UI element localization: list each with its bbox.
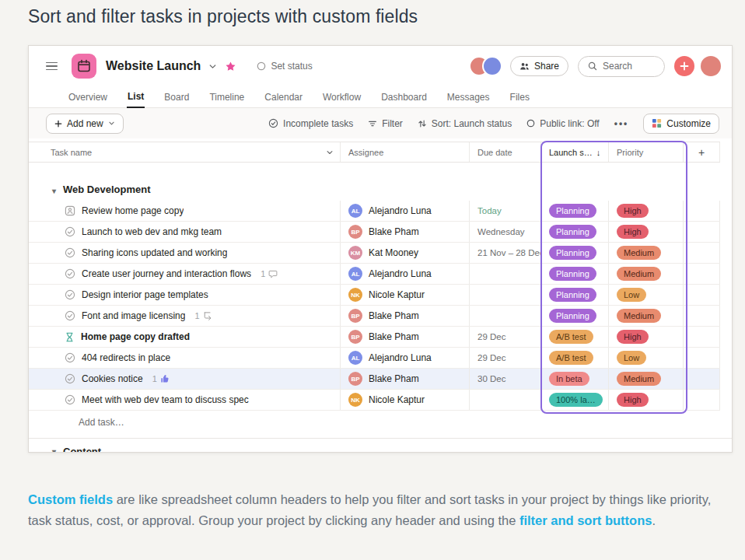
task-row[interactable]: Review home page copyALAlejandro LunaTod…: [29, 201, 720, 222]
launch-status-cell[interactable]: Planning: [541, 243, 609, 263]
priority-cell[interactable]: Low: [609, 285, 684, 305]
priority-badge[interactable]: Medium: [617, 309, 661, 323]
launch-status-cell[interactable]: Planning: [541, 264, 609, 284]
task-name-cell[interactable]: Create user journey and interaction flow…: [29, 264, 341, 284]
add-column-button[interactable]: +: [684, 142, 720, 162]
assignee-cell[interactable]: BPBlake Pham: [341, 306, 470, 326]
launch-status-cell[interactable]: Planning: [541, 306, 609, 326]
launch-status-cell[interactable]: Planning: [541, 222, 609, 242]
section-collapse-icon[interactable]: ▾: [52, 187, 56, 195]
search-input[interactable]: Search: [578, 56, 665, 77]
task-name-cell[interactable]: 404 redirects in place: [29, 348, 341, 368]
launch-status-badge[interactable]: A/B test: [549, 351, 593, 365]
tab-calendar[interactable]: Calendar: [264, 89, 303, 107]
launch-status-badge[interactable]: Planning: [549, 204, 596, 218]
add-task-row[interactable]: Add task…: [29, 411, 732, 434]
column-header-due-date[interactable]: Due date: [470, 142, 541, 162]
priority-cell[interactable]: High: [609, 390, 684, 410]
task-title[interactable]: Create user journey and interaction flow…: [82, 268, 251, 279]
task-row[interactable]: Design interior page templatesNKNicole K…: [29, 285, 720, 306]
member-avatars[interactable]: [469, 56, 502, 76]
due-date-cell[interactable]: [470, 285, 541, 305]
launch-status-cell[interactable]: Planning: [541, 201, 609, 221]
task-name-cell[interactable]: Meet with web dev team to discuss spec: [29, 390, 341, 410]
assignee-cell[interactable]: ALAlejandro Luna: [341, 201, 470, 221]
due-date-cell[interactable]: [470, 264, 541, 284]
priority-badge[interactable]: Medium: [617, 372, 661, 386]
set-status-button[interactable]: Set status: [257, 61, 312, 72]
priority-badge[interactable]: Medium: [617, 267, 661, 281]
launch-status-cell[interactable]: A/B test: [541, 348, 609, 368]
priority-badge[interactable]: High: [617, 330, 649, 344]
column-header-launch-status[interactable]: Launch s… ↓: [541, 142, 609, 162]
priority-cell[interactable]: Medium: [609, 306, 684, 326]
task-name-cell[interactable]: Review home page copy: [29, 201, 341, 221]
task-title[interactable]: Cookies notice: [82, 373, 143, 384]
priority-badge[interactable]: Low: [617, 351, 646, 365]
tab-list[interactable]: List: [127, 88, 145, 108]
due-date-cell[interactable]: [470, 390, 541, 410]
launch-status-cell[interactable]: Planning: [541, 285, 609, 305]
filter-button[interactable]: Filter: [368, 118, 403, 129]
assignee-cell[interactable]: BPBlake Pham: [341, 222, 470, 242]
task-title[interactable]: 404 redirects in place: [82, 352, 170, 363]
tab-files[interactable]: Files: [509, 89, 530, 107]
task-name-cell[interactable]: Home page copy drafted: [29, 327, 341, 347]
task-name-cell[interactable]: Design interior page templates: [29, 285, 341, 305]
launch-status-badge[interactable]: Planning: [549, 225, 596, 239]
priority-cell[interactable]: High: [609, 327, 684, 347]
column-header-assignee[interactable]: Assignee: [341, 142, 470, 162]
assignee-cell[interactable]: ALAlejandro Luna: [341, 264, 470, 284]
task-title[interactable]: Design interior page templates: [82, 289, 208, 300]
priority-cell[interactable]: Medium: [609, 264, 684, 284]
task-title[interactable]: Font and image licensing: [82, 310, 185, 321]
priority-cell[interactable]: High: [609, 201, 684, 221]
due-date-cell[interactable]: [470, 306, 541, 326]
project-icon[interactable]: [72, 54, 96, 79]
tab-timeline[interactable]: Timeline: [208, 89, 245, 107]
priority-cell[interactable]: High: [609, 222, 684, 242]
tab-dashboard[interactable]: Dashboard: [380, 89, 428, 107]
priority-cell[interactable]: Low: [609, 348, 684, 368]
section-web-development[interactable]: ▾ Web Development: [29, 163, 732, 201]
task-name-cell[interactable]: Cookies notice1: [29, 369, 341, 389]
quick-add-button[interactable]: [674, 56, 694, 76]
assignee-cell[interactable]: BPBlake Pham: [341, 327, 470, 347]
assignee-cell[interactable]: KMKat Mooney: [341, 243, 470, 263]
task-row[interactable]: Launch to web dev and mkg teamBPBlake Ph…: [29, 222, 720, 243]
task-name-cell[interactable]: Sharing icons updated and working: [29, 243, 341, 263]
column-header-priority[interactable]: Priority: [609, 142, 684, 162]
task-row[interactable]: Font and image licensing1BPBlake PhamPla…: [29, 306, 720, 327]
assignee-cell[interactable]: NKNicole Kaptur: [341, 285, 470, 305]
task-title[interactable]: Launch to web dev and mkg team: [82, 226, 222, 237]
task-name-cell[interactable]: Launch to web dev and mkg team: [29, 222, 341, 242]
due-date-cell[interactable]: 30 Dec: [470, 369, 541, 389]
tab-board[interactable]: Board: [163, 89, 190, 107]
task-row[interactable]: 404 redirects in placeALAlejandro Luna29…: [29, 348, 720, 369]
task-row[interactable]: Home page copy draftedBPBlake Pham29 Dec…: [29, 327, 720, 348]
customize-button[interactable]: Customize: [643, 114, 719, 134]
launch-status-cell[interactable]: A/B test: [541, 327, 609, 347]
task-title[interactable]: Home page copy drafted: [81, 331, 190, 342]
section-content[interactable]: ▾ Content: [29, 438, 732, 453]
priority-cell[interactable]: Medium: [609, 243, 684, 263]
task-title[interactable]: Meet with web dev team to discuss spec: [82, 394, 249, 405]
tab-messages[interactable]: Messages: [446, 89, 491, 107]
incomplete-tasks-button[interactable]: Incomplete tasks: [268, 118, 353, 129]
launch-status-cell[interactable]: 100% la…: [541, 390, 609, 410]
launch-status-badge[interactable]: In beta: [549, 372, 589, 386]
assignee-cell[interactable]: ALAlejandro Luna: [341, 348, 470, 368]
due-date-cell[interactable]: 29 Dec: [470, 327, 541, 347]
project-title[interactable]: Website Launch: [106, 59, 201, 73]
launch-status-badge[interactable]: 100% la…: [549, 393, 603, 407]
assignee-cell[interactable]: BPBlake Pham: [341, 369, 470, 389]
launch-status-badge[interactable]: Planning: [549, 246, 596, 260]
priority-badge[interactable]: High: [617, 204, 649, 218]
priority-badge[interactable]: Low: [617, 288, 646, 302]
priority-badge[interactable]: Medium: [617, 246, 661, 260]
chevron-down-icon[interactable]: [208, 62, 217, 71]
launch-status-badge[interactable]: Planning: [549, 288, 596, 302]
launch-status-badge[interactable]: A/B test: [549, 330, 593, 344]
due-date-cell[interactable]: 21 Nov – 28 Dec: [470, 243, 541, 263]
filter-sort-link[interactable]: filter and sort buttons: [519, 513, 652, 527]
